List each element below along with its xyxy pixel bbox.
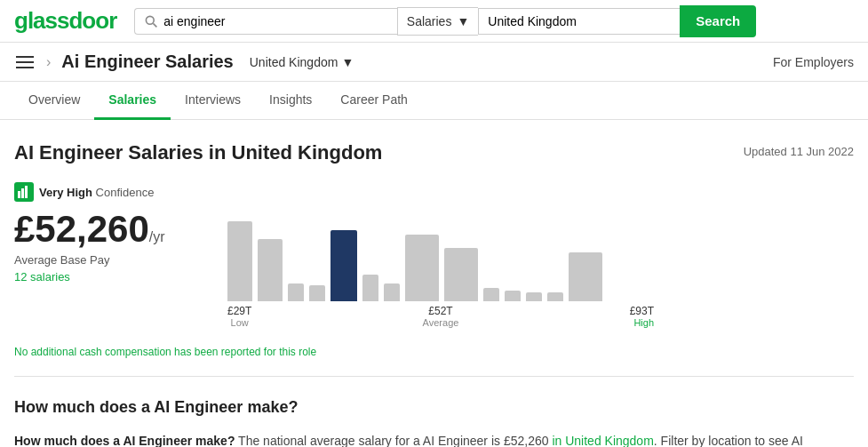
bar-group-4 xyxy=(309,285,325,301)
glassdoor-logo: glassdoor xyxy=(14,7,116,35)
bar-group-3 xyxy=(288,283,304,301)
for-employers-link[interactable]: For Employers xyxy=(773,55,854,69)
bar-group-1 xyxy=(227,221,252,301)
location-link[interactable]: in United Kingdom xyxy=(552,434,653,447)
bar-group-12 xyxy=(526,292,542,301)
how-much-body: How much does a AI Engineer make? The na… xyxy=(14,431,854,447)
chart-avg-text: Average xyxy=(423,317,459,328)
location-input[interactable] xyxy=(488,14,671,28)
sub-header: › Ai Engineer Salaries United Kingdom ▼ … xyxy=(0,43,868,82)
bar-10 xyxy=(483,288,499,301)
tabs-nav: Overview Salaries Interviews Insights Ca… xyxy=(0,82,868,120)
salary-period: /yr xyxy=(149,229,165,244)
tab-salaries[interactable]: Salaries xyxy=(94,82,171,120)
no-cash-link[interactable]: No additional cash compensation has been… xyxy=(14,346,316,358)
location-badge[interactable]: United Kingdom ▼ xyxy=(250,55,354,69)
bar-13 xyxy=(547,292,563,301)
bar-4 xyxy=(309,285,325,301)
bar-6 xyxy=(362,275,378,301)
bar-chart xyxy=(227,186,854,301)
bar-group-8 xyxy=(405,235,439,301)
header: glassdoor Salaries ▼ Search xyxy=(0,0,868,43)
bar-avg xyxy=(330,230,357,301)
tab-insights[interactable]: Insights xyxy=(255,82,326,120)
bar-chart-icon xyxy=(18,186,30,198)
confidence-icon xyxy=(14,182,34,202)
bar-9 xyxy=(444,248,478,301)
chart-high-text: High xyxy=(633,317,654,328)
search-input-wrap xyxy=(134,8,397,35)
location-input-wrap xyxy=(478,8,680,35)
salary-main-title: AI Engineer Salaries in United Kingdom xyxy=(14,141,382,164)
how-much-title: How much does a AI Engineer make? xyxy=(14,398,854,417)
svg-rect-2 xyxy=(18,191,20,198)
chevron-down-icon: ▼ xyxy=(341,55,354,69)
chart-label-high: £93T High xyxy=(630,305,654,328)
salary-count[interactable]: 12 salaries xyxy=(14,270,192,283)
main-content: AI Engineer Salaries in United Kingdom U… xyxy=(0,120,868,447)
breadcrumb-arrow: › xyxy=(46,54,51,70)
bar-3 xyxy=(288,283,304,301)
how-much-bold: How much does a AI Engineer make? xyxy=(14,434,235,447)
hamburger-menu[interactable] xyxy=(14,54,36,70)
bar-group-2 xyxy=(258,239,283,301)
chart-low-text: Low xyxy=(231,317,249,328)
avg-base-pay-label: Average Base Pay xyxy=(14,253,192,267)
svg-rect-4 xyxy=(25,186,28,198)
confidence-level: Very High xyxy=(39,186,92,199)
chart-high-value: £93T xyxy=(630,305,654,317)
chevron-down-icon: ▼ xyxy=(457,14,469,28)
confidence-text: Very High Confidence xyxy=(39,186,154,199)
chart-avg-value: £52T xyxy=(428,305,452,317)
bar-group-13 xyxy=(547,292,563,301)
updated-text: Updated 11 Jun 2022 xyxy=(744,145,854,158)
search-icon xyxy=(144,14,158,28)
bar-group-7 xyxy=(384,283,400,301)
tab-interviews[interactable]: Interviews xyxy=(171,82,255,120)
chart-section: £29T Low £52T Average £93T High xyxy=(227,182,854,328)
chart-label-avg: £52T Average xyxy=(423,305,459,328)
bar-group-10 xyxy=(483,288,499,301)
svg-point-0 xyxy=(147,16,155,24)
confidence-badge: Very High Confidence xyxy=(14,182,192,202)
svg-rect-3 xyxy=(21,188,24,198)
search-input[interactable] xyxy=(163,14,388,28)
divider xyxy=(14,376,854,377)
no-cash-note: No additional cash compensation has been… xyxy=(14,346,854,358)
svg-line-1 xyxy=(154,23,157,27)
salary-amount: £52,260/yr xyxy=(14,211,192,248)
bar-11 xyxy=(505,291,521,301)
bar-8 xyxy=(405,235,439,301)
category-select[interactable]: Salaries ▼ xyxy=(397,7,478,36)
search-button[interactable]: Search xyxy=(680,5,756,37)
bar-group-11 xyxy=(505,291,521,301)
bar-7 xyxy=(384,283,400,301)
bar-group-9 xyxy=(444,248,478,301)
location-badge-text: United Kingdom xyxy=(250,55,338,69)
category-label: Salaries xyxy=(407,14,452,28)
search-form: Salaries ▼ Search xyxy=(134,5,756,37)
tab-career-path[interactable]: Career Path xyxy=(326,82,421,120)
left-section: Very High Confidence £52,260/yr Average … xyxy=(14,182,192,283)
chart-low-value: £29T xyxy=(227,305,251,317)
bar-12 xyxy=(526,292,542,301)
chart-axis-labels: £29T Low £52T Average £93T High xyxy=(227,301,654,328)
chart-label-low: £29T Low xyxy=(227,305,251,328)
page-title: Ai Engineer Salaries xyxy=(61,52,233,72)
bar-group-5 xyxy=(330,230,357,301)
bar-2 xyxy=(258,239,283,301)
content-row: Very High Confidence £52,260/yr Average … xyxy=(14,182,854,328)
bar-group-14 xyxy=(569,252,602,301)
bar-14 xyxy=(569,252,602,301)
bar-1 xyxy=(227,221,252,301)
tab-overview[interactable]: Overview xyxy=(14,82,94,120)
salary-title-row: AI Engineer Salaries in United Kingdom U… xyxy=(14,141,854,164)
bar-group-6 xyxy=(362,275,378,301)
